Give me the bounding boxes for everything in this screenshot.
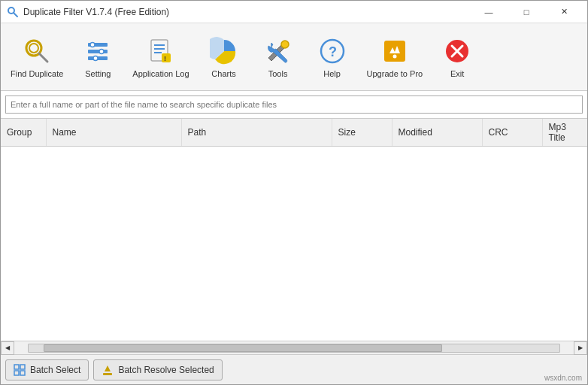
svg-text:?: ?: [329, 44, 337, 59]
app-window: Duplicate Filter V1.7.4 (Free Edition) —…: [0, 0, 588, 385]
setting-icon: [83, 36, 113, 66]
batch-select-icon: [14, 364, 26, 376]
search-bar: [1, 91, 587, 119]
col-header-crc: CRC: [482, 119, 542, 147]
toolbar: Find Duplicate Setting: [1, 23, 587, 91]
search-input[interactable]: [5, 95, 583, 114]
svg-point-10: [93, 56, 98, 60]
col-header-size: Size: [332, 119, 392, 147]
application-log-button[interactable]: ! Application Log: [126, 26, 195, 87]
svg-rect-25: [14, 365, 19, 369]
charts-icon: [209, 36, 239, 66]
batch-select-button[interactable]: Batch Select: [5, 359, 89, 380]
application-log-label: Application Log: [132, 69, 189, 78]
window-title: Duplicate Filter V1.7.4 (Free Edition): [23, 7, 471, 17]
svg-point-8: [90, 42, 95, 47]
svg-point-9: [99, 49, 104, 53]
watermark: wsxdn.com: [544, 374, 582, 382]
tools-button[interactable]: Tools: [252, 26, 305, 87]
scrollbar-thumb[interactable]: [44, 344, 442, 352]
setting-label: Setting: [85, 69, 111, 78]
tools-icon: [263, 36, 293, 66]
svg-rect-20: [384, 41, 405, 62]
svg-point-17: [281, 41, 289, 48]
svg-text:!: !: [164, 55, 166, 62]
batch-select-label: Batch Select: [30, 365, 80, 375]
results-table-container: Group Name Path Size Modified CRC Mp3 Ti…: [1, 119, 587, 341]
svg-rect-26: [20, 365, 25, 369]
svg-line-4: [39, 53, 47, 62]
footer: Batch Select Batch Resolve Selected wsxd…: [1, 354, 587, 384]
svg-point-21: [393, 54, 396, 58]
minimize-button[interactable]: —: [471, 1, 506, 23]
app-icon: [7, 6, 19, 18]
svg-point-3: [29, 44, 38, 53]
batch-resolve-label: Batch Resolve Selected: [118, 365, 214, 375]
col-header-name: Name: [46, 119, 181, 147]
exit-icon: [442, 36, 472, 66]
svg-marker-30: [105, 365, 111, 371]
upgrade-icon: [380, 36, 410, 66]
svg-rect-27: [14, 371, 19, 375]
svg-rect-29: [103, 373, 112, 375]
window-controls: — □ ✕: [471, 1, 581, 23]
setting-button[interactable]: Setting: [71, 26, 124, 87]
svg-rect-6: [88, 50, 108, 53]
find-duplicate-button[interactable]: Find Duplicate: [4, 26, 70, 87]
col-header-modified: Modified: [392, 119, 482, 147]
upgrade-button[interactable]: Upgrade to Pro: [360, 26, 430, 87]
help-icon: ?: [317, 36, 347, 66]
svg-rect-28: [20, 371, 25, 375]
col-header-path: Path: [181, 119, 332, 147]
title-bar: Duplicate Filter V1.7.4 (Free Edition) —…: [1, 1, 587, 23]
upgrade-label: Upgrade to Pro: [367, 69, 423, 78]
application-log-icon: !: [146, 36, 176, 66]
scrollbar-track[interactable]: [28, 344, 560, 353]
find-duplicate-label: Find Duplicate: [11, 69, 63, 78]
help-button[interactable]: ? Help: [306, 26, 359, 87]
exit-button[interactable]: Exit: [431, 26, 483, 87]
horizontal-scrollbar[interactable]: ◀ ▶: [1, 341, 587, 354]
exit-label: Exit: [450, 69, 464, 78]
svg-line-1: [14, 13, 17, 17]
batch-resolve-button[interactable]: Batch Resolve Selected: [93, 359, 222, 380]
maximize-button[interactable]: □: [509, 1, 544, 23]
charts-button[interactable]: Charts: [198, 26, 250, 87]
batch-resolve-icon: [102, 364, 114, 376]
tools-label: Tools: [268, 69, 288, 78]
col-header-group: Group: [1, 119, 46, 147]
scroll-right-arrow[interactable]: ▶: [574, 341, 587, 355]
col-header-mp3title: Mp3 Title: [542, 119, 587, 147]
results-table: Group Name Path Size Modified CRC Mp3 Ti…: [1, 119, 587, 147]
close-button[interactable]: ✕: [547, 1, 581, 23]
help-label: Help: [323, 69, 341, 78]
svg-rect-15: [162, 53, 171, 62]
charts-label: Charts: [211, 69, 235, 78]
find-duplicate-icon: [22, 36, 52, 66]
table-header-row: Group Name Path Size Modified CRC Mp3 Ti…: [1, 119, 587, 147]
scroll-left-arrow[interactable]: ◀: [1, 341, 14, 355]
